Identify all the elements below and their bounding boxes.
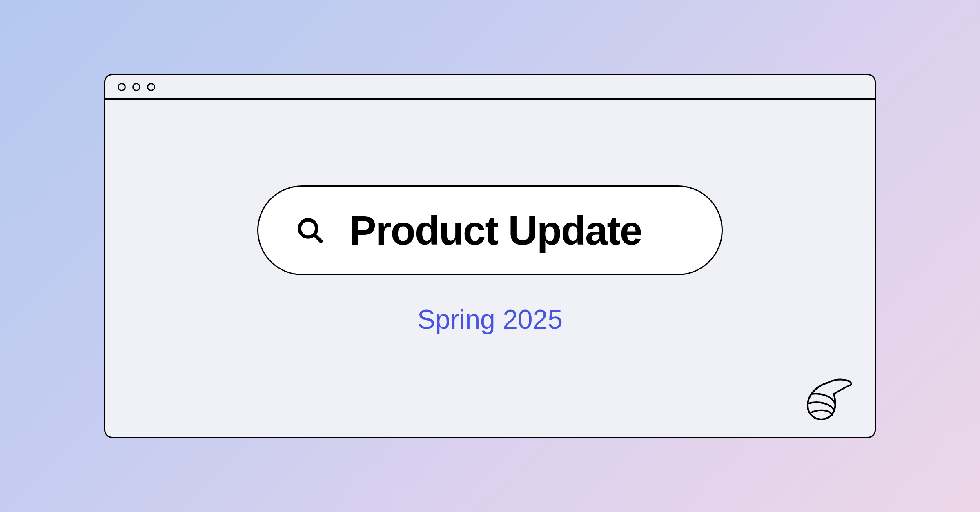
minimize-icon[interactable] (132, 83, 140, 91)
svg-line-1 (314, 235, 321, 242)
close-icon[interactable] (118, 83, 126, 91)
traffic-lights (118, 83, 155, 91)
title-bar (105, 75, 875, 100)
search-text: Product Update (349, 207, 641, 254)
maximize-icon[interactable] (147, 83, 155, 91)
window-content: Product Update Spring 2025 (105, 100, 875, 437)
search-box[interactable]: Product Update (257, 185, 723, 275)
browser-window: Product Update Spring 2025 (104, 74, 876, 438)
subtitle: Spring 2025 (417, 304, 563, 335)
hummingbird-logo-icon (799, 372, 856, 425)
search-icon (295, 216, 325, 245)
